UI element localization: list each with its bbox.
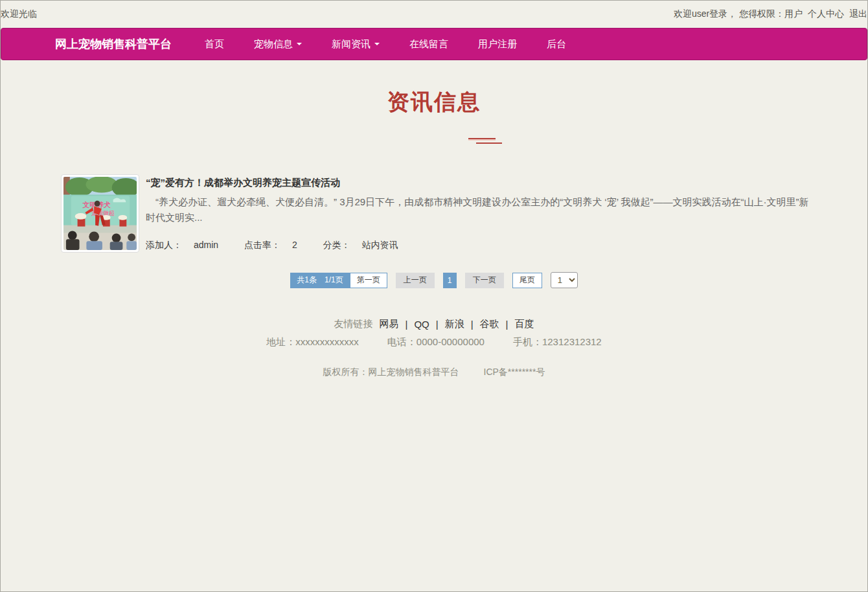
news-title-link[interactable]: “宠”爱有方！成都举办文明养宠主题宣传活动 <box>146 177 813 189</box>
current-page-indicator[interactable]: 1 <box>443 273 457 288</box>
main-navbar: 网上宠物销售科普平台 首页 宠物信息 新闻资讯 在线留言 用户注册 后台 <box>1 28 867 60</box>
friend-link-netease[interactable]: 网易 <box>380 318 399 330</box>
contact-info-row: 地址：xxxxxxxxxxxxx 电话：0000-00000000 手机：123… <box>55 336 813 348</box>
user-login-status: 欢迎user登录， 您得权限：用户 <box>674 8 803 20</box>
pagination-bar: 共1条 1/1页 第一页 上一页 1 下一页 尾页 1 <box>55 272 813 288</box>
page-select-dropdown[interactable]: 1 <box>551 272 578 288</box>
next-page-button[interactable]: 下一页 <box>465 273 504 288</box>
icp-number: ICP备********号 <box>484 367 545 378</box>
phone-info: 电话：0000-00000000 <box>387 336 485 348</box>
nav-item-news[interactable]: 新闻资讯 <box>322 28 389 60</box>
main-content: 资讯信息 文明养犬 宠我做起 <box>55 87 813 378</box>
news-list-item: 文明养犬 宠我做起 <box>55 174 813 253</box>
friend-links-row: 友情链接 网易 | QQ | 新浪 | 谷歌 | 百度 <box>55 318 813 330</box>
nav-item-message-board[interactable]: 在线留言 <box>400 28 458 60</box>
mobile-info: 手机：12312312312 <box>513 336 602 348</box>
news-excerpt: “养犬必办证、遛犬必牵绳、犬便必自清。” 3月29日下午，由成都市精神文明建设办… <box>146 194 813 225</box>
meta-category: 分类：站内资讯 <box>323 240 410 250</box>
friend-link-sina[interactable]: 新浪 <box>445 318 464 330</box>
chevron-down-icon <box>297 43 302 45</box>
page-footer: 友情链接 网易 | QQ | 新浪 | 谷歌 | 百度 地址：xxxxxxxxx… <box>55 318 813 378</box>
page-title: 资讯信息 <box>55 87 813 117</box>
friend-link-qq[interactable]: QQ <box>414 319 429 330</box>
last-page-button[interactable]: 尾页 <box>512 273 542 288</box>
news-thumbnail[interactable]: 文明养犬 宠我做起 <box>61 174 139 253</box>
nav-item-pet-info[interactable]: 宠物信息 <box>244 28 312 60</box>
copyright-row: 版权所有：网上宠物销售科普平台 ICP备********号 <box>55 367 813 378</box>
pagination-summary: 共1条 1/1页 <box>290 273 349 288</box>
friend-link-baidu[interactable]: 百度 <box>514 318 534 330</box>
title-divider <box>55 138 813 146</box>
nav-item-home[interactable]: 首页 <box>195 28 234 60</box>
copyright-text: 版权所有：网上宠物销售科普平台 <box>323 367 459 378</box>
news-meta: 添加人：admin 点击率：2 分类：站内资讯 <box>146 240 813 253</box>
prev-page-button[interactable]: 上一页 <box>396 273 435 288</box>
meta-added-by: 添加人：admin <box>146 240 230 250</box>
chevron-down-icon <box>374 43 380 45</box>
top-welcome-bar: 欢迎光临 欢迎user登录， 您得权限：用户 个人中心 退出 <box>1 1 867 28</box>
browser-viewport: 欢迎光临 欢迎user登录， 您得权限：用户 个人中心 退出 网上宠物销售科普平… <box>0 0 868 592</box>
meta-clicks: 点击率：2 <box>244 240 309 250</box>
nav-item-register[interactable]: 用户注册 <box>468 28 527 60</box>
pet-event-photo-illustration: 文明养犬 宠我做起 <box>63 177 137 250</box>
first-page-button[interactable]: 第一页 <box>350 273 387 288</box>
site-brand[interactable]: 网上宠物销售科普平台 <box>55 28 190 60</box>
nav-item-admin[interactable]: 后台 <box>537 28 576 60</box>
logout-link[interactable]: 退出 <box>849 8 867 20</box>
profile-center-link[interactable]: 个人中心 <box>808 8 844 20</box>
address-info: 地址：xxxxxxxxxxxxx <box>266 336 359 348</box>
welcome-text: 欢迎光临 <box>1 8 37 20</box>
friend-link-google[interactable]: 谷歌 <box>480 318 499 330</box>
friend-links-label: 友情链接 <box>334 318 373 330</box>
